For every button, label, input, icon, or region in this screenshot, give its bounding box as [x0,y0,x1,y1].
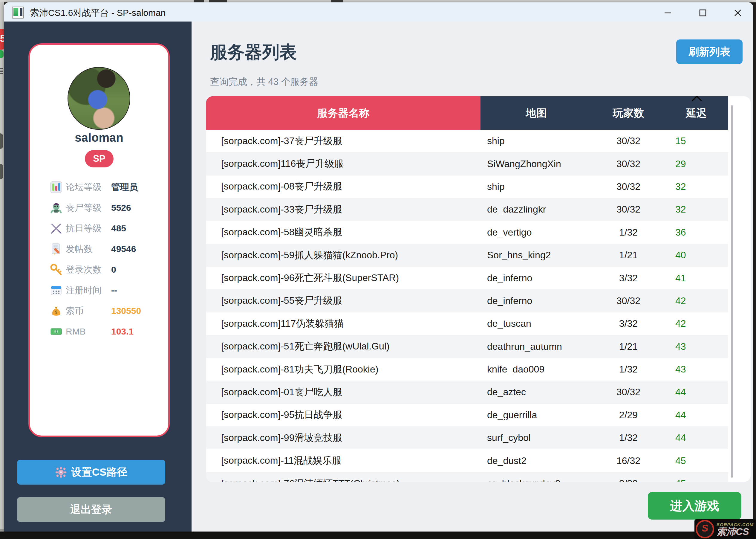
zombie-icon [50,201,63,214]
avatar [68,67,130,130]
app-window: 索沛CS1.6对战平台 - SP-saloman saloman SP 论坛等级… [4,2,753,531]
map-cell: knife_dao009 [480,364,592,375]
server-row[interactable]: [sorpack.com]-95抗日战争服 de_guerrilla 2/29 … [206,404,728,426]
ping-cell: 44 [664,432,728,443]
server-row[interactable]: [sorpack.com]-08丧尸升级服 ship 30/32 32 [206,176,728,198]
server-row[interactable]: [sorpack.com]117伪装躲猫猫 de_tuscan 3/32 42 [206,312,728,335]
map-cell: ship [480,181,592,192]
ping-cell: 44 [664,387,728,398]
column-header-server-name[interactable]: 服务器名称 [206,96,480,130]
minimize-button[interactable] [659,8,677,19]
server-name-cell: [sorpack.com]-37丧尸升级服 [206,134,480,148]
stat-value: 5526 [111,203,131,213]
background-icon [0,133,3,149]
server-row[interactable]: [sorpack.com]-37丧尸升级服 ship 30/32 15 [206,130,728,152]
logout-button[interactable]: 退出登录 [17,497,165,522]
server-name-cell: [sorpack.com]-76混沌缅怀TTT(Christmas) [206,477,480,482]
status-dot [0,50,4,58]
server-row[interactable]: [sorpack.com]-99滑坡竞技服 surf_cybol 1/32 44 [206,426,728,449]
players-cell: 3/32 [592,272,664,284]
column-header-players[interactable]: 玩家数 [592,96,664,130]
stat-value: 0 [111,265,116,275]
ping-cell: 44 [664,410,728,421]
sort-ascending-icon [692,96,702,106]
background-window-top-edge [0,0,756,2]
server-row[interactable]: [sorpack.com]-96死亡死斗服(SuperSTAR) de_infe… [206,267,728,289]
server-name-cell: [sorpack.com]-33丧尸升级服 [206,203,480,216]
profile-stat-row: $ 索币 130550 [30,303,168,318]
logout-label: 退出登录 [70,502,112,516]
server-row[interactable]: [sorpack.com]-58幽灵暗杀服 de_vertigo 1/32 36 [206,221,728,244]
background-artifact [331,0,343,2]
stat-label: 论坛等级 [66,181,111,193]
set-cs-path-label: 设置CS路径 [71,465,128,479]
map-cell: Sor_hns_king2 [480,250,592,261]
server-name-cell: [sorpack.com]-51死亡奔跑服(wUlal.Gul) [206,340,480,353]
map-cell: de_guerrilla [480,410,592,421]
table-header: 服务器名称 地图 玩家数 延迟 [206,96,728,130]
server-name-cell: [sorpack.com]-01丧尸吃人服 [206,386,480,399]
background-icon [0,164,3,179]
close-button[interactable] [729,8,747,19]
stat-value: 103.1 [111,327,134,337]
ping-cell: 32 [664,181,728,192]
players-cell: 30/32 [592,181,664,192]
column-header-ping[interactable]: 延迟 [664,96,728,130]
players-cell: 1/32 [592,227,664,238]
ping-cell: 42 [664,318,728,329]
profile-stat-row: 论坛等级 管理员 [30,180,168,194]
server-row[interactable]: [sorpack.com]-51死亡奔跑服(wUlal.Gul) deathru… [206,336,728,358]
map-cell: de_aztec [480,387,592,398]
server-row[interactable]: [sorpack.com]-55丧尸升级服 de_inferno 30/32 4… [206,290,728,312]
server-row[interactable]: [sorpack.com]-33丧尸升级服 de_dazzlingkr 30/3… [206,198,728,221]
set-cs-path-button[interactable]: 设置CS路径 [17,460,165,485]
ping-cell: 40 [664,250,728,261]
crossed-swords-icon [50,222,63,235]
titlebar: 索沛CS1.6对战平台 - SP-saloman [4,2,753,22]
stat-value: 49546 [111,244,136,254]
refresh-list-button[interactable]: 刷新列表 [676,39,742,64]
ping-cell: 41 [664,272,728,284]
enter-game-button[interactable]: 进入游戏 [648,492,741,519]
server-row[interactable]: [sorpack.com]116丧尸升级服 SiWangZhongXin 30/… [206,152,728,175]
server-row[interactable]: [sorpack.com]-01丧尸吃人服 de_aztec 30/32 44 [206,381,728,404]
server-row[interactable]: [sorpack.com]-11混战娱乐服 de_dust2 16/32 45 [206,449,728,472]
server-name-cell: [sorpack.com]-96死亡死斗服(SuperSTAR) [206,271,480,284]
players-cell: 16/32 [592,455,664,466]
players-cell: 1/21 [592,250,664,261]
sidebar: saloman SP 论坛等级 管理员 丧尸等级 5526 抗日等级 485 发… [4,22,191,531]
money-bag-icon: $ [50,304,63,318]
ping-cell: 43 [664,364,728,375]
username: saloman [30,131,168,144]
server-name-cell: [sorpack.com]116丧尸升级服 [206,157,480,170]
background-window-left-edge: 5 [0,2,4,531]
server-name-cell: [sorpack.com]-99滑坡竞技服 [206,431,480,444]
server-row[interactable]: [sorpack.com]-81功夫飞刀服(Rookie) knife_dao0… [206,358,728,381]
server-row[interactable]: [sorpack.com]-59抓人躲猫猫(kZnoob.Pro) Sor_hn… [206,244,728,267]
stat-value: 130550 [111,306,141,316]
map-cell: de_tuscan [480,318,592,329]
map-cell: ship [480,135,592,146]
enter-game-label: 进入游戏 [670,498,719,514]
column-header-map[interactable]: 地图 [480,96,592,130]
map-cell: surf_cybol [480,432,592,443]
map-cell: cs_blacksunday2 [480,478,592,482]
server-row[interactable]: [sorpack.com]-76混沌缅怀TTT(Christmas) cs_bl… [206,472,728,482]
server-list-panel: 服务器名称 地图 玩家数 延迟 [sorpack.com]-37丧尸升级服 sh… [206,96,751,482]
players-cell: 1/21 [592,341,664,352]
server-name-cell: [sorpack.com]-81功夫飞刀服(Rookie) [206,363,480,376]
players-cell: 30/32 [592,204,664,215]
players-cell: 30/32 [592,295,664,306]
profile-stat-row: 登录次数 0 [30,262,168,277]
maximize-button[interactable] [694,8,712,19]
scrollbar-thumb[interactable] [731,105,733,478]
players-cell: 3/32 [592,478,664,482]
stat-label: RMB [66,327,111,337]
window-title: 索沛CS1.6对战平台 - SP-saloman [30,7,166,19]
ping-cell: 36 [664,227,728,238]
stat-label: 发帖数 [66,243,111,255]
server-name-cell: [sorpack.com]-11混战娱乐服 [206,454,480,467]
stat-label: 索币 [66,305,111,317]
stat-value: 485 [111,223,126,233]
map-cell: de_dust2 [480,455,592,466]
